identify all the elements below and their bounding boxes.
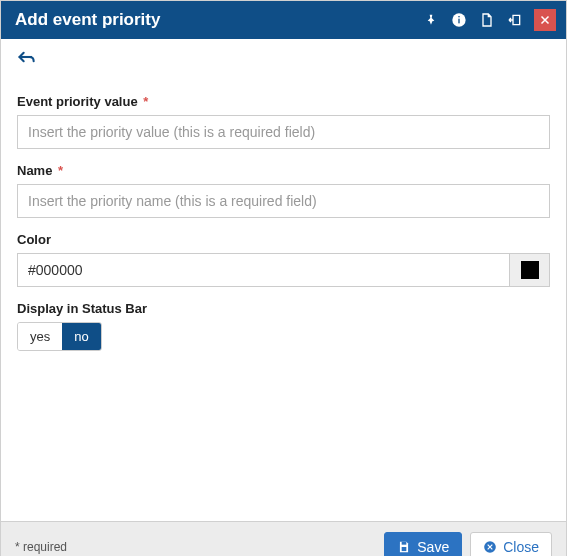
label-text: Event priority value bbox=[17, 94, 138, 109]
close-footer-button[interactable]: Close bbox=[470, 532, 552, 556]
required-footnote: * required bbox=[15, 540, 67, 554]
close-circle-icon bbox=[483, 540, 497, 554]
required-mark: * bbox=[58, 163, 63, 178]
header-icon-group bbox=[422, 9, 556, 31]
field-priority-value: Event priority value * bbox=[17, 94, 550, 149]
footer-buttons: Save Close bbox=[384, 532, 552, 556]
label-text: Name bbox=[17, 163, 52, 178]
color-swatch bbox=[521, 261, 539, 279]
field-color: Color bbox=[17, 232, 550, 287]
priority-value-input[interactable] bbox=[17, 115, 550, 149]
toggle-yes[interactable]: yes bbox=[18, 323, 62, 350]
modal-title: Add event priority bbox=[15, 10, 160, 30]
save-icon bbox=[397, 540, 411, 554]
pin-icon[interactable] bbox=[422, 11, 440, 29]
color-input-row bbox=[17, 253, 550, 287]
export-icon[interactable] bbox=[478, 11, 496, 29]
modal-header: Add event priority bbox=[1, 1, 566, 39]
spacer bbox=[17, 351, 550, 501]
color-label: Color bbox=[17, 232, 550, 247]
close-button[interactable] bbox=[534, 9, 556, 31]
required-mark: * bbox=[143, 94, 148, 109]
save-button[interactable]: Save bbox=[384, 532, 462, 556]
svg-rect-4 bbox=[402, 547, 407, 551]
modal: Add event priority Even bbox=[0, 0, 567, 556]
name-input[interactable] bbox=[17, 184, 550, 218]
toolbar bbox=[1, 39, 566, 72]
priority-value-label: Event priority value * bbox=[17, 94, 550, 109]
svg-rect-2 bbox=[458, 16, 459, 17]
svg-rect-1 bbox=[458, 19, 459, 24]
save-button-label: Save bbox=[417, 539, 449, 555]
close-button-label: Close bbox=[503, 539, 539, 555]
modal-footer: * required Save Close bbox=[1, 521, 566, 556]
name-label: Name * bbox=[17, 163, 550, 178]
toggle-no[interactable]: no bbox=[62, 323, 100, 350]
field-name: Name * bbox=[17, 163, 550, 218]
undo-icon[interactable] bbox=[17, 49, 37, 65]
display-status-bar-label: Display in Status Bar bbox=[17, 301, 550, 316]
form-body: Event priority value * Name * Color Disp… bbox=[1, 72, 566, 521]
display-status-bar-toggle: yes no bbox=[17, 322, 102, 351]
info-icon[interactable] bbox=[450, 11, 468, 29]
color-input[interactable] bbox=[18, 254, 509, 286]
color-picker-button[interactable] bbox=[509, 254, 549, 286]
popout-icon[interactable] bbox=[506, 11, 524, 29]
svg-rect-3 bbox=[402, 542, 407, 545]
field-display-status-bar: Display in Status Bar yes no bbox=[17, 301, 550, 351]
